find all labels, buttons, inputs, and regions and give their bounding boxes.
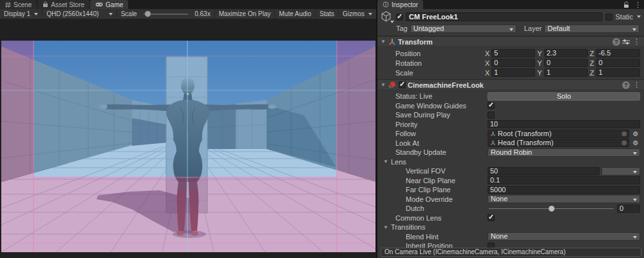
mode-override-dropdown[interactable]: None: [488, 195, 640, 203]
position-z-field[interactable]: -6.5: [596, 49, 640, 57]
axis-x-label: X: [485, 69, 489, 77]
priority-field[interactable]: 10: [488, 120, 640, 128]
scale-slider[interactable]: [144, 9, 189, 19]
tab-inspector[interactable]: Inspector: [377, 0, 423, 9]
cinemachine-guides: [1, 41, 375, 252]
stats-button[interactable]: Stats: [316, 9, 339, 19]
tab-asset-store[interactable]: Asset Store: [37, 0, 90, 9]
follow-label: Follow: [377, 130, 488, 137]
foldout-arrow-icon[interactable]: ▼: [380, 39, 386, 45]
cinemachine-icon: [388, 81, 397, 89]
position-y-field[interactable]: 2.3: [544, 49, 588, 57]
tag-label: Tag: [396, 25, 408, 32]
save-during-play-checkbox[interactable]: [488, 112, 495, 119]
far-clip-field[interactable]: 5000: [488, 186, 640, 194]
object-picker-icon[interactable]: ◎: [621, 139, 627, 146]
mute-audio-button[interactable]: Mute Audio: [275, 9, 316, 19]
resolution-dropdown[interactable]: QHD (2560x1440): [43, 9, 117, 19]
presets-icon[interactable]: [622, 39, 630, 45]
chevron-down-icon: [109, 13, 113, 15]
chevron-down-icon: [368, 13, 372, 15]
row-transitions-foldout[interactable]: ▼Transitions: [377, 223, 644, 232]
scale-x-field[interactable]: 1: [491, 68, 535, 77]
gizmos-dropdown[interactable]: Gizmos: [339, 9, 376, 19]
rotation-x-field[interactable]: 0: [491, 59, 535, 67]
blend-hint-label: Blend Hint: [377, 233, 488, 241]
row-mode-override: Mode Override None: [377, 195, 644, 204]
position-x-field[interactable]: 5: [491, 49, 535, 57]
foldout-arrow-icon[interactable]: ▼: [383, 224, 389, 230]
common-lens-checkbox[interactable]: [488, 214, 495, 221]
scale-y-field[interactable]: 1: [544, 68, 588, 77]
maximize-on-play-button[interactable]: Maximize On Play: [214, 9, 276, 19]
standby-update-dropdown[interactable]: Round Robin: [488, 148, 640, 157]
solo-button[interactable]: Solo: [488, 92, 640, 101]
gameobject-icon[interactable]: [381, 11, 393, 23]
lock-icon[interactable]: [621, 0, 632, 9]
standby-label: Standby Update: [377, 148, 488, 156]
dutch-slider[interactable]: [488, 204, 615, 213]
scale-slider-handle[interactable]: [145, 11, 151, 17]
row-game-window-guides: Game Window Guides: [377, 101, 644, 111]
active-checkbox[interactable]: [396, 14, 403, 21]
view-tabbar: Scene Asset Store Game: [0, 0, 376, 9]
kebab-menu-icon[interactable]: ⋮: [632, 0, 644, 9]
row-lens-foldout[interactable]: ▼Lens: [377, 157, 644, 167]
rotation-y-field[interactable]: 0: [544, 59, 588, 67]
lookat-label: Look At: [377, 139, 488, 147]
game-panel: Scene Asset Store Game Display 1 QHD (25…: [0, 0, 376, 258]
rotation-z-field[interactable]: 0: [596, 59, 640, 67]
static-checkbox[interactable]: [605, 14, 612, 21]
axis-z-label: Z: [590, 59, 594, 67]
vertical-fov-field[interactable]: 50: [488, 167, 600, 175]
status-label: Status: Live: [377, 92, 488, 100]
camera-live-event-box: On Camera Live (ICinemachineCamera, ICin…: [381, 248, 641, 257]
kebab-menu-icon[interactable]: ⋮: [632, 37, 641, 46]
gameobject-name-field[interactable]: CM FreeLook1: [406, 12, 603, 21]
resolution-dropdown-label: QHD (2560x1440): [46, 10, 105, 17]
game-viewport[interactable]: [1, 41, 375, 252]
row-vertical-fov: Vertical FOV 50: [377, 166, 644, 176]
tab-game[interactable]: Game: [90, 0, 128, 9]
tab-scene[interactable]: Scene: [0, 0, 37, 9]
tag-dropdown[interactable]: Untagged: [410, 25, 516, 33]
transform-row-scale: Scale X1 Y1 Z1: [377, 68, 644, 77]
foldout-arrow-icon[interactable]: ▼: [380, 82, 386, 88]
mode-override-label: Mode Override: [377, 195, 488, 203]
axis-y-label: Y: [537, 59, 542, 67]
kebab-menu-icon[interactable]: ⋮: [632, 81, 641, 89]
transform-rows: Position X5 Y2.3 Z-6.5 Rotation X0 Y0 Z0…: [377, 47, 644, 79]
follow-object-field[interactable]: Root (Transform) ◎: [488, 130, 629, 138]
fov-preset-dropdown[interactable]: [601, 167, 640, 175]
object-picker-icon[interactable]: ◎: [621, 130, 627, 137]
axis-z-label: Z: [590, 50, 594, 57]
scale-z-field[interactable]: 1: [596, 68, 640, 77]
display-dropdown[interactable]: Display 1: [0, 9, 43, 19]
static-dropdown-icon[interactable]: [637, 15, 641, 18]
row-standby-update: Standby Update Round Robin: [377, 148, 644, 157]
foldout-arrow-icon[interactable]: ▼: [383, 159, 389, 164]
near-clip-field[interactable]: 0.1: [488, 176, 640, 184]
no-pass-right-overlay: [337, 41, 375, 252]
row-priority: Priority 10: [377, 120, 644, 130]
game-window-guides-checkbox[interactable]: [488, 102, 495, 109]
row-label: Position: [377, 50, 485, 57]
layer-label: Layer: [524, 25, 542, 32]
game-controller-icon: [95, 2, 103, 7]
dutch-slider-handle[interactable]: [549, 206, 554, 212]
help-icon[interactable]: ?: [612, 38, 620, 46]
dutch-value-field[interactable]: 0: [617, 204, 640, 213]
gear-icon[interactable]: ⚙: [631, 130, 640, 137]
component-enabled-checkbox[interactable]: [399, 81, 406, 88]
info-icon: [383, 1, 389, 8]
lookat-object-field[interactable]: Head (Transform) ◎: [488, 139, 629, 147]
layer-dropdown[interactable]: Default: [544, 25, 639, 33]
transform-header[interactable]: ▼ Transform ? ⋮: [377, 36, 644, 47]
row-far-clip: Far Clip Plane 5000: [377, 185, 644, 195]
cinemachine-header[interactable]: ▼ CinemachineFreeLook ? ⋮: [377, 79, 644, 90]
help-icon[interactable]: ?: [622, 81, 630, 89]
blend-hint-dropdown[interactable]: None: [488, 232, 640, 241]
gear-icon[interactable]: ⚙: [631, 139, 640, 146]
row-label: Rotation: [377, 59, 485, 67]
no-pass-left-overlay: [1, 41, 33, 252]
